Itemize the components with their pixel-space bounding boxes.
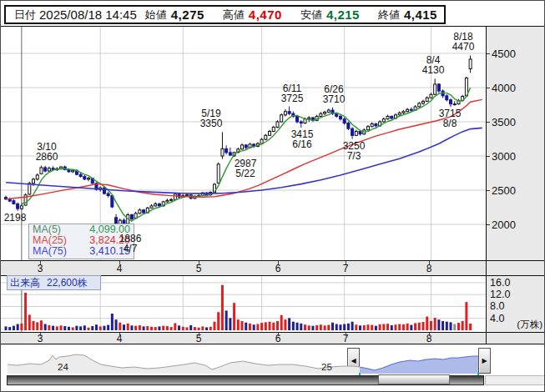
scrollbar-thumb[interactable] <box>378 374 450 384</box>
ma5-line <box>22 88 471 221</box>
candle-body <box>185 195 188 196</box>
candle-body <box>276 122 279 128</box>
volume-bar <box>434 318 437 330</box>
candle-body <box>158 204 160 205</box>
candle-body <box>343 119 346 123</box>
volume-bar <box>375 326 377 330</box>
month-tickmark <box>429 333 430 336</box>
candle-body <box>20 206 23 209</box>
volume-bar <box>143 326 145 330</box>
candle-body <box>72 170 74 172</box>
candle-body <box>351 128 354 135</box>
month-tickmark <box>119 333 120 336</box>
volume-bar <box>28 314 31 330</box>
candle-body <box>324 113 326 114</box>
volume-bar <box>225 310 228 330</box>
volume-bar <box>217 312 220 330</box>
month-label: 4 <box>117 263 123 274</box>
candle-body <box>265 135 267 139</box>
low-label: 安値 <box>300 8 322 23</box>
volume-bar <box>363 325 366 330</box>
range-navigator[interactable]: ◀ ▶ 2425 <box>1 344 545 374</box>
volume-bar <box>17 324 19 330</box>
axis-divider <box>486 261 487 275</box>
volume-bar <box>20 324 23 330</box>
volume-bar <box>83 325 86 330</box>
month-label: 6 <box>275 263 281 274</box>
candle-body <box>450 100 452 104</box>
date-value: 2025/08/18 14:45 <box>39 8 137 22</box>
volume-bar <box>170 327 173 330</box>
candle-body <box>288 112 290 113</box>
volume-bar <box>320 324 322 330</box>
volume-bar <box>139 325 141 330</box>
candle-body <box>296 116 299 122</box>
candle-body <box>347 123 350 129</box>
price-tickmark <box>487 88 490 88</box>
volume-bar <box>79 326 82 330</box>
volume-axis: (万株) 16.012.08.04.0 <box>486 276 545 332</box>
candle-body <box>398 113 401 114</box>
ma25-line <box>6 99 482 199</box>
volume-bar <box>371 325 373 330</box>
candle-body <box>143 210 145 213</box>
volume-bar <box>185 327 188 330</box>
price-annotation: 2198 <box>4 213 27 223</box>
horizontal-scrollbar[interactable] <box>1 374 545 386</box>
month-tickmark <box>429 261 430 264</box>
price-tickmark <box>487 156 490 157</box>
navigator-selected-area[interactable] <box>360 356 478 374</box>
volume-bar <box>166 326 169 330</box>
ma-legend-row: MA(75)3,410.15 <box>29 246 134 257</box>
candle-body <box>154 204 157 205</box>
candle-body <box>402 112 405 113</box>
candle-body <box>150 206 153 208</box>
volume-bar <box>410 325 412 330</box>
volume-bar <box>446 322 448 330</box>
price-annotation: 37158/8 <box>439 108 462 128</box>
volume-bar <box>414 323 416 330</box>
price-tickmark <box>487 122 490 123</box>
candle-body <box>284 112 286 115</box>
volume-bar <box>315 325 318 330</box>
volume-tick-label: 16.0 <box>490 277 510 289</box>
low-value: 4,215 <box>326 8 360 22</box>
volume-bar <box>391 325 393 330</box>
price-tickmark <box>487 224 490 225</box>
candle-body <box>418 103 421 107</box>
volume-bar <box>174 323 176 330</box>
volume-bar <box>95 324 98 330</box>
volume-bar <box>241 321 244 330</box>
candle-body <box>107 193 109 195</box>
volume-bar <box>182 327 184 330</box>
volume-bar <box>127 324 129 330</box>
candle-body <box>366 127 369 130</box>
volume-bar <box>331 323 334 330</box>
month-tickmark <box>40 261 41 264</box>
volume-bar <box>130 325 133 330</box>
candle-body <box>446 96 448 100</box>
volume-bar <box>233 303 235 330</box>
candle-body <box>225 148 228 153</box>
volume-bar <box>245 323 247 330</box>
volume-bar <box>154 327 157 330</box>
candle-body <box>269 131 271 135</box>
month-tickmark <box>346 261 346 264</box>
volume-bar <box>194 327 196 330</box>
high-value: 4,470 <box>249 8 282 22</box>
axis-divider <box>486 333 487 344</box>
candle-body <box>241 145 244 149</box>
price-axis: 450040003500300025002000 <box>486 26 545 260</box>
volume-bar <box>134 326 137 330</box>
volume-unit-label: (万株) <box>517 319 542 331</box>
volume-bar <box>119 323 121 330</box>
candle-body <box>103 188 105 193</box>
candle-body <box>272 128 275 132</box>
year-label: 24 <box>58 362 68 372</box>
price-annotation: 6/113725 <box>281 83 304 103</box>
date-label: 日付 <box>14 8 36 23</box>
candle-body <box>79 174 82 176</box>
candle-body <box>17 204 19 209</box>
volume-bar <box>260 323 263 330</box>
month-label: 7 <box>343 263 349 274</box>
